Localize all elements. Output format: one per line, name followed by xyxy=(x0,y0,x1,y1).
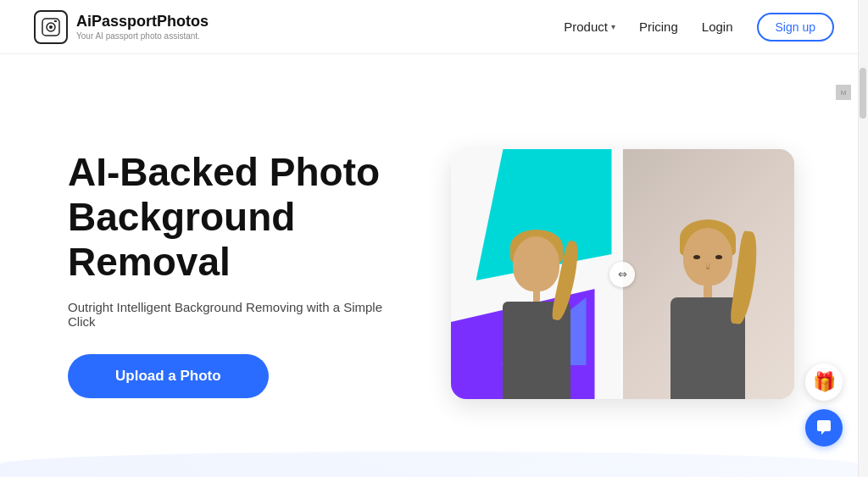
nav-product[interactable]: Product ▾ xyxy=(564,19,615,34)
hero-left: AI-Backed Photo Background Removal Outri… xyxy=(68,133,444,398)
comparison-left xyxy=(451,149,623,399)
logo[interactable]: AiPassportPhotos Your AI passport photo … xyxy=(34,10,209,44)
scrollbar[interactable] xyxy=(858,0,868,477)
logo-text: AiPassportPhotos Your AI passport photo … xyxy=(76,13,209,41)
scrollbar-thumb[interactable] xyxy=(860,68,866,119)
logo-icon xyxy=(34,10,68,44)
product-chevron-icon: ▾ xyxy=(611,22,615,31)
drag-arrows-icon: ⇔ xyxy=(618,269,627,280)
login-button[interactable]: Login xyxy=(702,19,733,34)
svg-point-2 xyxy=(49,25,53,29)
gift-button[interactable]: 🎁 xyxy=(805,363,843,401)
hero-subtitle: Outright Intelligent Background Removing… xyxy=(68,300,410,329)
nav-links: Product ▾ Pricing Login Sign up xyxy=(564,13,834,42)
bottom-wave xyxy=(0,452,858,477)
svg-rect-3 xyxy=(54,20,57,22)
image-comparison: ⇔ xyxy=(451,149,794,399)
nav-pricing[interactable]: Pricing xyxy=(639,19,678,34)
chat-button[interactable] xyxy=(805,409,843,446)
gift-icon: 🎁 xyxy=(813,371,836,393)
main-content: AI-Backed Photo Background Removal Outri… xyxy=(0,54,868,477)
ad-placeholder: M xyxy=(836,85,851,100)
brand-name: AiPassportPhotos xyxy=(76,13,209,31)
upload-photo-button[interactable]: Upload a Photo xyxy=(68,354,269,398)
chat-icon xyxy=(815,419,833,437)
signup-button[interactable]: Sign up xyxy=(757,13,834,42)
comparison-right xyxy=(622,149,794,399)
brand-tagline: Your AI passport photo assistant. xyxy=(76,31,209,41)
hero-right: ⇔ xyxy=(444,132,800,399)
comparison-drag-handle[interactable]: ⇔ xyxy=(609,262,635,287)
navbar: AiPassportPhotos Your AI passport photo … xyxy=(0,0,868,54)
hero-title: AI-Backed Photo Background Removal xyxy=(68,150,410,285)
